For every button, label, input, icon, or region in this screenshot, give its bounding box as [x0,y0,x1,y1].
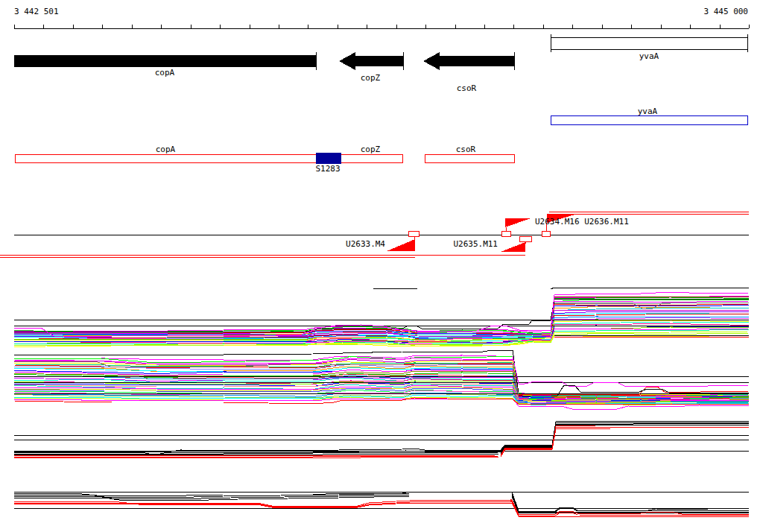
gene-copZ[interactable] [355,56,403,66]
shift-label-U2633-M4: U2633.M4 [346,239,385,249]
tu-csoR[interactable] [425,154,514,162]
expression-profile-line [14,503,749,516]
annotation-label-yvaA: yvaA [638,107,658,116]
transcription-unit-track [15,153,514,164]
tu-copA-copZ[interactable] [15,154,402,162]
shift-label-U2635-M11: U2635.M11 [453,239,498,249]
browser-canvas [0,0,763,532]
annotation-yvaA[interactable] [551,115,747,124]
U2635.M11-wedge[interactable] [501,242,525,252]
blue-annotation-track [551,115,747,124]
U2634.M16-wedge[interactable] [505,218,531,227]
ruler-track [14,25,749,28]
srna-S1283[interactable] [316,153,341,164]
ruler-start-coordinate: 3 442 501 [14,7,59,16]
gene-csoR[interactable] [440,56,514,66]
shift-label-U2634-M16-U2636-M11: U2634.M16 U2636.M11 [535,217,629,227]
expression-profile-line [513,356,749,386]
gene-copA[interactable] [14,55,316,67]
ruler-end-coordinate: 3 445 000 [703,7,748,16]
srna-label-S1283: S1283 [315,164,340,174]
tu-label-copZ: copZ [361,145,381,154]
expression-panel-2 [14,350,749,409]
U2635.M11-box[interactable] [519,236,531,241]
gene-label-copA: copA [155,68,175,77]
U2633.M4-box[interactable] [408,231,419,236]
genome-browser-view: 3 442 501 3 445 000 copAcopZcsoRyvaAyvaA… [0,0,763,532]
U2633.M4-wedge[interactable] [387,239,415,251]
gene-label-yvaA: yvaA [639,51,659,61]
expression-profile-line [14,350,749,393]
expression-profile-line [373,288,749,289]
expression-panel-4 [14,492,749,516]
U2634.M16-box[interactable] [501,231,510,236]
U2636.M11-box[interactable] [542,231,550,236]
tu-label-copA: copA [156,145,176,154]
gene-track [14,34,747,70]
expression-panel-3 [14,421,749,458]
expression-panel-1 [14,288,749,347]
gene-label-copZ: copZ [361,73,381,83]
shift-track [0,212,749,257]
tu-label-csoR: csoR [456,145,476,154]
gene-copZ-arrowhead[interactable] [339,52,355,70]
gene-csoR-arrowhead[interactable] [423,52,440,70]
gene-yvaA[interactable] [551,37,747,49]
gene-label-csoR: csoR [457,83,477,93]
